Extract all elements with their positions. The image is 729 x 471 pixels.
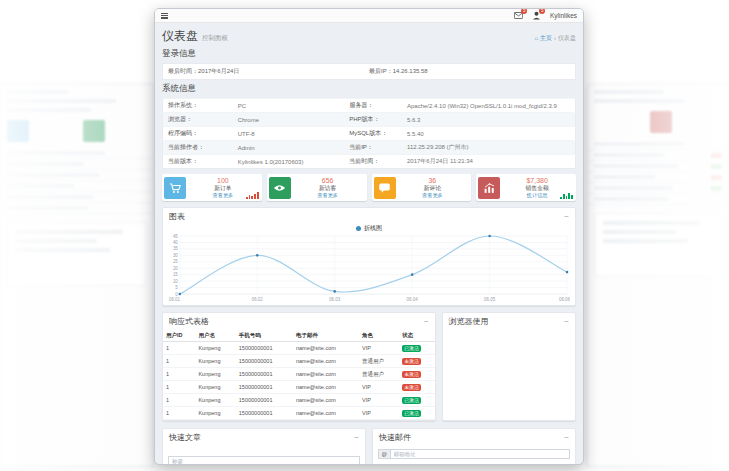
- cell-phone: 15000000001: [236, 381, 293, 394]
- stat-value: 36: [396, 176, 470, 185]
- system-info-row: 当前操作者：Admin当前IP：112.25.29.208 (广州市): [163, 141, 576, 155]
- at-sign-addon: @: [378, 449, 390, 459]
- table-panel-title: 响应式表格: [169, 316, 209, 327]
- page-subtitle: 控制面板: [202, 34, 228, 43]
- svg-text:40: 40: [173, 240, 178, 245]
- cell-email: name@site.com: [293, 407, 359, 420]
- cell-user-id: 1: [163, 342, 195, 355]
- collapse-icon[interactable]: −: [564, 213, 569, 221]
- content-area: 仪表盘 控制面板 ⌂ 主页 › 仪表盘 登录信息 最后时间：2017年6月24日…: [155, 23, 583, 465]
- line-chart-svg: 05101520253035404506.0106.0206.0306.0406…: [167, 233, 571, 303]
- status-badge: 未激活: [402, 384, 420, 391]
- svg-text:35: 35: [173, 246, 178, 251]
- collapse-icon[interactable]: −: [564, 434, 569, 442]
- username-menu[interactable]: Kylinlikes: [550, 12, 577, 19]
- data-point: [488, 235, 491, 238]
- cell-username: Kunpeng: [195, 407, 235, 420]
- svg-text:15: 15: [173, 272, 178, 277]
- system-info-value: 112.25.29.208 (广州市): [402, 141, 575, 155]
- column-header[interactable]: 用户名: [195, 329, 235, 342]
- quick-article-title: 快速文章: [169, 432, 201, 443]
- cell-role: 普通用户: [359, 368, 399, 381]
- quick-mail-panel: 快速邮件 − @ + ▾↺↻段落 ▾BIA▾≡≡≡≡•≡1≡⊞▣Σ 0 WORD…: [372, 428, 576, 465]
- article-title-input[interactable]: [168, 456, 360, 465]
- column-header[interactable]: 状态: [399, 329, 434, 342]
- cell-status: 已激活: [399, 407, 434, 420]
- collapse-icon[interactable]: −: [424, 318, 429, 326]
- system-info-label: MySQL版本：: [344, 127, 402, 141]
- cell-status: 未激活: [399, 381, 434, 394]
- ghost-window-surface: [0, 84, 154, 466]
- system-info-value: Chrome: [233, 113, 345, 127]
- stat-value: $7,380: [500, 176, 574, 185]
- quick-article-body: + ▾↺↻段落 ▾BIA▾≡≡≡≡•≡1≡⊞▣Σ 0 WORDS 发送: [163, 445, 365, 465]
- column-header[interactable]: 用户ID: [163, 329, 195, 342]
- svg-text:06.06: 06.06: [559, 297, 571, 302]
- hamburger-icon[interactable]: [161, 13, 168, 19]
- chart-panel-title: 图表: [169, 211, 185, 222]
- table-row: 1Kunpeng15000000001name@site.comVIP已激活: [163, 407, 435, 420]
- status-badge: 已激活: [402, 345, 420, 352]
- chart-body: 05101520253035404506.0106.0206.0306.0406…: [163, 233, 575, 305]
- quick-article-panel: 快速文章 − + ▾↺↻段落 ▾BIA▾≡≡≡≡•≡1≡⊞▣Σ 0 WORDS …: [162, 428, 366, 465]
- svg-text:30: 30: [173, 253, 178, 258]
- cell-phone: 15000000001: [236, 342, 293, 355]
- column-header[interactable]: 角色: [359, 329, 399, 342]
- cell-username: Kunpeng: [195, 342, 235, 355]
- eye-icon: [269, 177, 291, 199]
- page-header: 仪表盘 控制面板 ⌂ 主页 › 仪表盘: [162, 28, 576, 45]
- stat-more-link[interactable]: 查看更多: [396, 192, 470, 199]
- cell-role: VIP: [359, 381, 399, 394]
- table-row: 1Kunpeng15000000001name@site.com普通用户未激活: [163, 368, 435, 381]
- email-address-input[interactable]: [390, 449, 570, 459]
- system-info-value: 5.6.3: [402, 113, 575, 127]
- svg-text:06.02: 06.02: [252, 297, 264, 302]
- cell-email: name@site.com: [293, 394, 359, 407]
- stat-cards-row: 100新订单查看更多656新访客查看更多36新评论查看更多$7,380销售金额统…: [162, 174, 576, 201]
- system-info-label: 操作系统：: [163, 99, 233, 113]
- cell-phone: 15000000001: [236, 394, 293, 407]
- svg-text:06.01: 06.01: [169, 297, 181, 302]
- mini-sparkline: [560, 192, 573, 199]
- system-info-label: 浏览器：: [163, 113, 233, 127]
- cell-user-id: 1: [163, 407, 195, 420]
- cell-user-id: 1: [163, 394, 195, 407]
- breadcrumb-separator: ›: [554, 35, 556, 41]
- breadcrumb-home[interactable]: 主页: [540, 34, 552, 43]
- collapse-icon[interactable]: −: [564, 318, 569, 326]
- column-header[interactable]: 电子邮件: [293, 329, 359, 342]
- data-point: [179, 293, 182, 296]
- stat-card: $7,380销售金额统计信息: [476, 174, 576, 201]
- cell-phone: 15000000001: [236, 407, 293, 420]
- column-header[interactable]: 手机号码: [236, 329, 293, 342]
- messages-icon[interactable]: 5: [514, 11, 523, 20]
- browser-panel-body: [443, 329, 575, 420]
- quick-mail-header: 快速邮件 −: [373, 429, 575, 445]
- system-info-value: Kylinlikes 1.0(20170603): [233, 155, 345, 169]
- svg-text:0: 0: [175, 292, 178, 297]
- table-row: 1Kunpeng15000000001name@site.com普通用户未激活: [163, 355, 435, 368]
- cell-user-id: 1: [163, 355, 195, 368]
- stat-value: 656: [291, 176, 365, 185]
- status-badge: 已激活: [402, 410, 420, 417]
- last-login-time: 最后时间：2017年6月24日: [168, 67, 369, 76]
- ghost-window-surface: [587, 84, 729, 466]
- user-table: 用户ID用户名手机号码电子邮件角色状态1Kunpeng15000000001na…: [163, 329, 435, 420]
- system-info-label: 当前版本：: [163, 155, 233, 169]
- stat-card-body: 656新访客查看更多: [291, 176, 365, 199]
- system-info-label: 当前操作者：: [163, 141, 233, 155]
- user-table-header-row: 用户ID用户名手机号码电子邮件角色状态: [163, 329, 435, 342]
- browser-panel-header: 浏览器使用 −: [443, 313, 575, 329]
- user-icon[interactable]: 5: [532, 11, 541, 20]
- data-point: [411, 273, 414, 276]
- email-input-group: @: [378, 449, 570, 459]
- cell-user-id: 1: [163, 381, 195, 394]
- system-info-label: 服务器：: [344, 99, 402, 113]
- system-info-heading: 系统信息: [162, 83, 576, 95]
- collapse-icon[interactable]: −: [354, 434, 359, 442]
- data-point: [566, 271, 569, 274]
- stat-more-link[interactable]: 查看更多: [291, 192, 365, 199]
- cell-role: VIP: [359, 342, 399, 355]
- cell-username: Kunpeng: [195, 355, 235, 368]
- system-info-value: PC: [233, 99, 345, 113]
